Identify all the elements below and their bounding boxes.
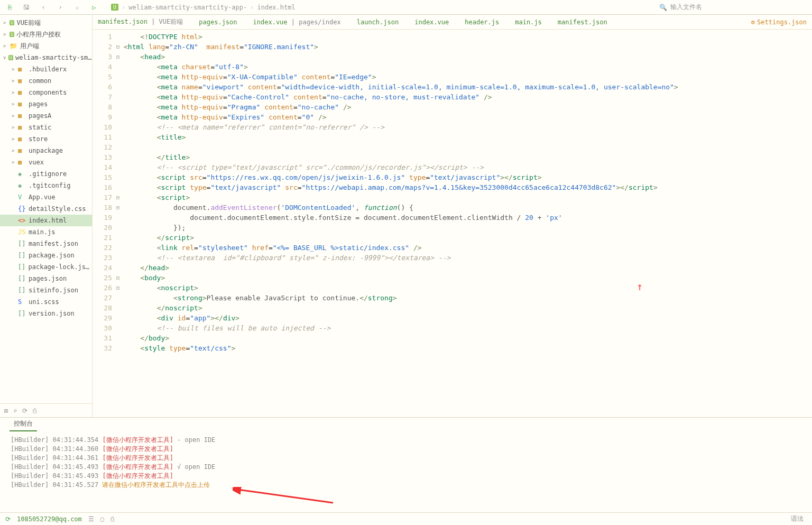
editor-tab[interactable]: manifest.json [558, 19, 607, 26]
code-editor[interactable]: 1234567891011121314151617181920212223242… [93, 30, 812, 417]
tree-item[interactable]: >■pages [0, 98, 92, 110]
fold-gutter: ⊟⊟⊟⊟⊟⊟ [116, 30, 124, 417]
footer-icon[interactable]: ⎙ [33, 407, 36, 415]
footer-icon[interactable]: ⟳ [22, 407, 27, 415]
tree-item[interactable]: >■.hbuilderx [0, 63, 92, 75]
footer-icon[interactable]: ⌕ [13, 407, 17, 415]
breadcrumb-part[interactable]: weliam-smartcity-smartcity-app- [128, 4, 247, 11]
star-icon[interactable]: ☆ [72, 2, 82, 13]
tree-item[interactable]: >■unpackage [0, 145, 92, 156]
tree-item[interactable]: ∨Uweliam-smartcity-smart... [0, 52, 92, 63]
tree-item[interactable]: >■store [0, 133, 92, 145]
tree-item[interactable]: []manifest.json [0, 238, 92, 250]
footer-icon[interactable]: ⊞ [4, 407, 8, 415]
sync-icon[interactable]: ⟳ [5, 515, 11, 523]
breadcrumb-sep: › [250, 4, 254, 11]
tree-item[interactable]: >■pagesA [0, 110, 92, 122]
file-tree: >UVUE前端>U小程序用户授权>📁用户端∨Uweliam-smartcity-… [0, 15, 92, 403]
console-content[interactable]: [HBuilder] 04:31:44.354 [微信小程序开发者工具] - o… [0, 431, 812, 512]
status-user[interactable]: 1085052729@qq.com [17, 515, 82, 523]
editor-area: manifest.json | VUE前端pages.jsonindex.vue… [93, 15, 812, 417]
tree-item[interactable]: >■static [0, 122, 92, 133]
tree-item[interactable]: []siteinfo.json [0, 284, 92, 296]
tree-item[interactable]: ◈.tgitconfig [0, 180, 92, 191]
tree-item[interactable]: >■vuex [0, 156, 92, 168]
tree-item[interactable]: VApp.vue [0, 191, 92, 203]
project-icon: U [111, 4, 118, 11]
toolbar: ⎘ 🖫 ‹ › ☆ ▷ U › weliam-smartcity-smartci… [0, 0, 812, 15]
code-content[interactable]: <!DOCTYPE html><html lang="zh-CN" manife… [124, 30, 812, 417]
svg-line-0 [238, 490, 333, 503]
tree-item[interactable]: >■components [0, 87, 92, 98]
tree-item[interactable]: []version.json [0, 308, 92, 319]
console-log-line: [HBuilder] 04:31:45.527 请在微信小程序开发者工具中点击上… [11, 481, 801, 490]
sidebar-footer: ⊞ ⌕ ⟳ ⎙ [0, 403, 92, 417]
console-log-line: [HBuilder] 04:31:44.361 [微信小程序开发者工具] [11, 454, 801, 463]
editor-tab[interactable]: manifest.json | VUE前端 [98, 17, 183, 26]
breadcrumb-sep: › [122, 4, 125, 11]
editor-tab[interactable]: index.vue [414, 19, 449, 26]
tree-item[interactable]: <>index.html [0, 215, 92, 226]
editor-tab[interactable]: launch.json [357, 19, 399, 26]
tree-item[interactable]: Suni.scss [0, 296, 92, 308]
status-icon[interactable]: ▢ [100, 515, 104, 523]
forward-icon[interactable]: › [55, 2, 66, 13]
tree-item[interactable]: ◈.gitignore [0, 168, 92, 180]
search-placeholder: 输入文件名 [670, 3, 702, 12]
save-icon[interactable]: 🖫 [21, 2, 32, 13]
console-log-line: [HBuilder] 04:31:44.354 [微信小程序开发者工具] - o… [11, 436, 801, 445]
statusbar: ⟳ 1085052729@qq.com ☰ ▢ ⎙ 语法 [0, 512, 812, 525]
editor-tab[interactable]: pages.json [199, 19, 237, 26]
editor-tab[interactable]: header.js [465, 19, 499, 26]
tree-item[interactable]: JSmain.js [0, 226, 92, 238]
sidebar: >UVUE前端>U小程序用户授权>📁用户端∨Uweliam-smartcity-… [0, 15, 93, 417]
console-log-line: [HBuilder] 04:31:45.493 [微信小程序开发者工具] [11, 472, 801, 481]
line-numbers: 1234567891011121314151617181920212223242… [93, 30, 116, 417]
console-tab[interactable]: 控制台 [10, 417, 37, 431]
tree-item[interactable]: []package-lock.json [0, 261, 92, 273]
tree-item[interactable]: >📁用户端 [0, 40, 92, 52]
editor-tab[interactable]: main.js [515, 19, 542, 26]
tree-item[interactable]: []pages.json [0, 273, 92, 284]
breadcrumb: U › weliam-smartcity-smartcity-app- › in… [111, 4, 296, 11]
console-log-line: [HBuilder] 04:31:44.360 [微信小程序开发者工具] [11, 445, 801, 454]
console-log-line: [HBuilder] 04:31:45.493 [微信小程序开发者工具] √ o… [11, 463, 801, 472]
run-icon[interactable]: ▷ [89, 2, 99, 13]
breadcrumb-part[interactable]: index.html [257, 4, 295, 11]
search-icon: 🔍 [659, 4, 667, 11]
tree-item[interactable]: >UVUE前端 [0, 17, 92, 29]
annotation-arrow-up: ↑ [636, 280, 643, 293]
annotation-arrow [233, 487, 338, 505]
new-file-icon[interactable]: ⎘ [4, 2, 15, 13]
console-tabs: 控制台 [0, 418, 812, 431]
tree-item[interactable]: >■common [0, 75, 92, 87]
back-icon[interactable]: ‹ [38, 2, 49, 13]
editor-tab[interactable]: index.vue | pages/index [253, 19, 341, 26]
tree-item[interactable]: []package.json [0, 250, 92, 261]
settings-tab[interactable]: ⚙ Settings.json [751, 19, 807, 26]
status-icon[interactable]: ☰ [88, 515, 94, 523]
console-panel: 控制台 [HBuilder] 04:31:44.354 [微信小程序开发者工具]… [0, 417, 812, 512]
tree-item[interactable]: {}detailStyle.css [0, 203, 92, 215]
status-syntax: 语法 [791, 514, 807, 523]
editor-tabs: manifest.json | VUE前端pages.jsonindex.vue… [93, 15, 812, 30]
status-icon[interactable]: ⎙ [110, 515, 114, 523]
search-box[interactable]: 🔍 输入文件名 [659, 3, 808, 12]
tree-item[interactable]: >U小程序用户授权 [0, 29, 92, 40]
